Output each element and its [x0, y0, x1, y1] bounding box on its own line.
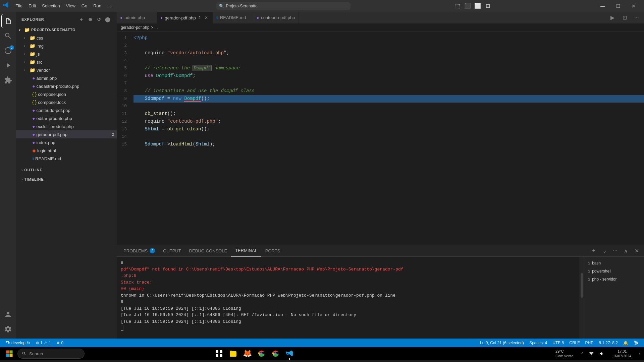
timeline-header[interactable]: › TIMELINE — [16, 176, 117, 183]
session-php-servidor[interactable]: $ php - servidor — [585, 276, 643, 283]
menu-go[interactable]: Go — [79, 2, 90, 10]
taskbar-task-view[interactable] — [212, 347, 226, 360]
terminal-tab-terminal[interactable]: TERMINAL — [231, 245, 261, 257]
activity-git[interactable]: 2 — [1, 44, 15, 57]
php-version[interactable]: 8.1.27: 8.2 — [596, 339, 621, 347]
folder-img[interactable]: › 📁 img — [16, 42, 117, 50]
folder-vendor[interactable]: › 📁 vendor — [16, 66, 117, 74]
volume-icon[interactable] — [597, 347, 607, 360]
breadcrumb-file[interactable]: gerador-pdf.php — [121, 25, 149, 30]
run-code-icon[interactable]: ▶ — [608, 13, 617, 22]
terminal-scrollbar[interactable] — [580, 257, 584, 339]
activity-run-debug[interactable] — [1, 59, 15, 72]
line-ending[interactable]: CRLF — [567, 339, 582, 347]
terminal-tab-debug[interactable]: DEBUG CONSOLE — [185, 245, 231, 257]
folder-js[interactable]: › 📁 js — [16, 50, 117, 58]
file-editar-produto[interactable]: › ● editar-produto.php — [16, 114, 117, 122]
activity-explorer[interactable] — [1, 14, 15, 28]
git-branch[interactable]: develop ↻ — [3, 339, 33, 347]
encoding[interactable]: UTF-8 — [550, 339, 567, 347]
session-bash[interactable]: $ bash — [585, 259, 643, 267]
file-conteudo-pdf[interactable]: › ● conteudo-pdf.php — [16, 106, 117, 114]
menu-more[interactable]: ... — [105, 2, 114, 10]
code-editor[interactable]: 1 <?php 2 3 require "vendor/autoload.php… — [117, 32, 644, 245]
activity-settings[interactable] — [1, 322, 15, 336]
maximize-button[interactable]: ❐ — [610, 0, 626, 12]
refresh-icon[interactable]: ↺ — [95, 16, 103, 23]
taskbar-chrome-2[interactable] — [269, 347, 282, 360]
new-folder-icon[interactable]: ⊕ — [87, 16, 94, 23]
show-desktop[interactable]: ▪ — [637, 347, 641, 360]
file-gerador-pdf[interactable]: › ● gerador-pdf.php 2 — [16, 130, 117, 138]
file-admin-php[interactable]: › ● admin.php — [16, 74, 117, 82]
terminal-more-icon[interactable]: ··· — [610, 246, 620, 255]
menu-file[interactable]: File — [13, 2, 25, 10]
file-index-php[interactable]: › ● index.php — [16, 138, 117, 146]
tab-admin-php[interactable]: ● admin.php — [117, 12, 157, 23]
split-editor-icon[interactable]: ⬜ — [473, 1, 482, 11]
menu-run[interactable]: Run — [91, 2, 104, 10]
terminal-maximize-icon[interactable]: ∧ — [621, 246, 631, 255]
new-file-icon[interactable]: + — [78, 16, 85, 23]
language-mode[interactable]: PHP — [583, 339, 596, 347]
panel-toggle-icon[interactable]: ⬛ — [463, 1, 472, 11]
more-actions-icon[interactable]: ··· — [632, 13, 641, 22]
outline-section[interactable]: › OUTLINE — [16, 165, 117, 175]
close-button[interactable]: ✕ — [626, 0, 641, 12]
taskbar-explorer[interactable] — [226, 347, 240, 360]
tabs-right-actions: ▶ ⊡ ··· — [605, 12, 644, 23]
customize-layout-icon[interactable]: ⊞ — [483, 1, 492, 11]
split-editor-right-icon[interactable]: ⊡ — [620, 13, 629, 22]
project-root[interactable]: ▾ 📁 PROJETO-SERENATTO — [16, 26, 117, 34]
split-terminal-icon[interactable]: ⌄ — [600, 246, 609, 255]
session-powershell[interactable]: $ powershell — [585, 267, 643, 275]
new-terminal-icon[interactable]: + — [589, 246, 598, 255]
terminal-output[interactable]: 9 pdf\Dompdf" not found in C:\Users\remi… — [117, 257, 580, 339]
minimize-button[interactable]: — — [595, 0, 610, 12]
folder-src[interactable]: › 📁 src — [16, 58, 117, 66]
clock[interactable]: 17:01 16/07/2024 — [608, 347, 636, 360]
breadcrumb-more[interactable]: ... — [154, 25, 158, 30]
tab-conteudo-label: conteudo-pdf.php — [261, 15, 295, 20]
file-login-html[interactable]: › ◆ login.html — [16, 146, 117, 155]
activity-search[interactable] — [1, 29, 15, 43]
outline-header[interactable]: › OUTLINE — [16, 167, 117, 173]
collapse-folders-icon[interactable]: ⬤ — [104, 16, 111, 23]
activity-account[interactable] — [1, 308, 15, 321]
menu-view[interactable]: View — [63, 2, 78, 10]
menu-selection[interactable]: Selection — [39, 2, 62, 10]
taskbar-vscode[interactable] — [283, 347, 296, 360]
terminal-tab-ports[interactable]: PORTS — [261, 245, 284, 257]
errors-count[interactable]: ⊗ 1 ⚠ 1 — [33, 339, 54, 347]
terminal-tab-output[interactable]: OUTPUT — [159, 245, 185, 257]
broadcast[interactable]: 📡 — [631, 339, 641, 347]
tab-gerador-pdf[interactable]: ● gerador-pdf.php 2 ✕ — [157, 12, 213, 23]
folder-css[interactable]: › 📁 css — [16, 34, 117, 42]
file-composer-json[interactable]: › { } composer.json — [16, 90, 117, 98]
weather-widget[interactable]: 29°C Com vento — [551, 347, 578, 360]
notifications[interactable]: 🔔 — [621, 339, 631, 347]
terminal-tab-problems[interactable]: PROBLEMS 2 — [119, 245, 159, 257]
menu-edit[interactable]: Edit — [26, 2, 39, 10]
tab-gerador-close[interactable]: ✕ — [203, 15, 209, 21]
cursor-position[interactable]: Ln 9, Col 21 (6 selected) — [477, 339, 527, 347]
file-readme[interactable]: › ℹ README.md — [16, 155, 117, 163]
terminal-close-icon[interactable]: ✕ — [632, 246, 641, 255]
remote-count[interactable]: ⊗ 0 — [54, 339, 66, 347]
indentation[interactable]: Spaces: 4 — [527, 339, 550, 347]
timeline-section[interactable]: › TIMELINE — [16, 175, 117, 184]
file-excluir-produto[interactable]: › ● excluir-produto.php — [16, 122, 117, 130]
file-cadastrar-produto[interactable]: › ● cadastrar-produto.php — [16, 82, 117, 90]
tab-conteudo-pdf[interactable]: ● conteudo-pdf.php — [253, 12, 299, 23]
tab-readme[interactable]: ℹ README.md — [213, 12, 253, 23]
taskbar-firefox[interactable]: 🦊 — [240, 347, 254, 360]
file-composer-lock[interactable]: › { } composer.lock — [16, 98, 117, 106]
sidebar-toggle-icon[interactable]: ⬚ — [453, 1, 462, 11]
activity-extensions[interactable] — [1, 73, 15, 87]
network-icon[interactable] — [587, 347, 596, 360]
show-hidden-icons[interactable]: ^ — [579, 347, 585, 360]
start-button[interactable] — [3, 347, 16, 360]
taskbar-chrome-1[interactable] — [255, 347, 268, 360]
command-palette[interactable]: 🔍 Projeto-Serenatto — [216, 2, 351, 10]
taskbar-search[interactable]: search — [17, 349, 85, 359]
